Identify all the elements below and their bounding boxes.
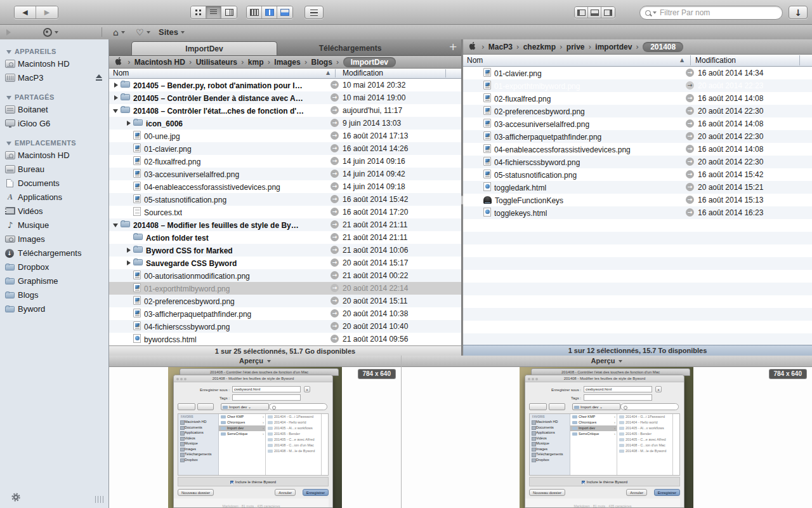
breadcrumb-item[interactable]: Macintosh HD — [134, 58, 185, 67]
go-to-arrow-icon[interactable]: → — [331, 335, 339, 343]
favorites-menu[interactable]: ♡ — [136, 25, 150, 39]
dialog-favorite-item[interactable]: Dropbox — [530, 457, 570, 463]
dialog-favorite-item[interactable]: Applications — [178, 430, 218, 436]
disclosure-triangle-icon[interactable] — [126, 247, 133, 253]
sidebar-item-macintosh-hd[interactable]: Macintosh HD — [0, 149, 108, 163]
dialog-folder-item[interactable]: Chez KMP — [219, 414, 265, 420]
column-divider[interactable] — [799, 55, 800, 65]
tab-importdev[interactable]: ImportDev — [131, 41, 277, 55]
breadcrumb-item[interactable]: Images — [274, 58, 300, 67]
dialog-favorite-item[interactable]: Musique — [530, 441, 570, 446]
dialog-view-buttons[interactable] — [197, 403, 214, 410]
disclosure-triangle-icon[interactable] — [126, 120, 133, 126]
breadcrumb-item[interactable]: importdev — [595, 43, 632, 51]
apple-icon[interactable] — [114, 57, 124, 68]
sidebar-item-igloo-g6[interactable]: iGloo G6 — [0, 117, 108, 131]
file-row[interactable]: 05-statusnotification.png→16 août 2014 1… — [463, 168, 812, 181]
file-row[interactable]: Sources.txt→16 août 2014 17:20 — [109, 206, 461, 218]
get-info-button[interactable] — [304, 6, 324, 19]
sidebar-item-boitanet[interactable]: Boitanet — [0, 103, 108, 117]
sidebar-item-applications[interactable]: AApplications — [0, 190, 108, 204]
file-row[interactable]: Action folder test→21 août 2014 21:11 — [109, 231, 461, 244]
dialog-folder-item[interactable]: Chroniques — [570, 420, 617, 425]
go-to-arrow-icon[interactable]: → — [331, 195, 339, 203]
filter-field[interactable] — [639, 6, 783, 20]
checkbox-checked-icon[interactable] — [582, 481, 585, 484]
toggle-right-panel-button[interactable] — [601, 7, 615, 18]
dialog-folder-item[interactable]: Chroniques — [219, 420, 265, 425]
go-to-arrow-icon[interactable]: → — [331, 297, 339, 305]
file-row[interactable]: 02-preferencesbyword.png→20 août 2014 22… — [463, 105, 812, 117]
file-row[interactable]: 201405 – Contrôler Bender à distance ave… — [109, 91, 461, 104]
dialog-file-item[interactable]: 201404 - G...i 1Password — [617, 414, 672, 420]
toggle-left-panel-button[interactable] — [575, 7, 588, 18]
sidebar-item-byword[interactable]: Byword — [0, 302, 108, 316]
expand-button[interactable]: ▴ — [304, 386, 310, 392]
column-name[interactable]: Nom — [467, 55, 483, 66]
dialog-favorite-item[interactable]: Vidéos — [530, 436, 570, 441]
eject-icon[interactable] — [95, 74, 102, 81]
checkbox-checked-icon[interactable] — [230, 481, 233, 484]
sidebar-item-vid-os[interactable]: Vidéos — [0, 204, 108, 218]
expand-button[interactable]: ▴ — [655, 386, 662, 392]
file-row[interactable]: togglekeys.html→16 août 2014 16:23 — [463, 206, 812, 219]
go-to-arrow-icon[interactable]: → — [331, 322, 339, 330]
go-to-arrow-icon[interactable]: → — [686, 183, 694, 191]
file-row[interactable]: 03-accesuniverselalfred.png→14 juin 2014… — [109, 168, 461, 180]
sidebar-section-header[interactable]: APPAREILS — [0, 46, 108, 57]
sidebar-item-t-l-chargements[interactable]: ↓Téléchargements — [0, 246, 108, 260]
dialog-folder-item[interactable]: Chez KMP — [570, 414, 617, 420]
dialog-favorite-item[interactable]: Vidéos — [178, 436, 218, 441]
list-view-button[interactable] — [206, 6, 221, 18]
breadcrumb-item[interactable]: kmp — [248, 58, 264, 67]
breadcrumb-item[interactable]: 201408 — [643, 42, 683, 52]
horizontal-split-button[interactable] — [277, 6, 292, 18]
breadcrumb-item[interactable]: Utilisateurs — [196, 58, 237, 67]
dialog-file-item[interactable]: 201404 - Hello world — [617, 420, 672, 425]
dialog-favorite-item[interactable]: Musique — [178, 441, 218, 446]
target-menu[interactable] — [43, 25, 58, 39]
sidebar-section-header[interactable]: EMPLACEMENTS — [0, 137, 108, 149]
dialog-view-buttons[interactable] — [549, 403, 565, 410]
go-to-arrow-icon[interactable]: → — [331, 258, 339, 267]
go-to-arrow-icon[interactable]: → — [686, 107, 694, 115]
file-row[interactable]: 01-clavier.png→16 août 2014 14:26 — [109, 142, 461, 155]
file-row[interactable]: 04-fichierscssbyword.png→20 août 2014 22… — [463, 156, 812, 168]
toggle-bottom-panel-button[interactable] — [588, 7, 601, 18]
dialog-favorite-item[interactable]: Documents — [178, 425, 218, 431]
file-row[interactable]: 02-fluxalfred.png→16 août 2014 14:08 — [463, 92, 812, 105]
column-modification[interactable]: Modification — [343, 69, 383, 78]
icon-view-button[interactable] — [191, 6, 206, 18]
dialog-folder-item[interactable]: Import dev — [570, 425, 617, 431]
go-to-arrow-icon[interactable]: → — [331, 131, 339, 140]
column-divider[interactable] — [335, 69, 336, 77]
disclosure-triangle-icon[interactable] — [113, 222, 120, 228]
disclosure-triangle-icon[interactable] — [126, 260, 133, 266]
file-row[interactable]: 01-exporthtmlbyword.png→20 août 2014 22:… — [463, 79, 812, 92]
file-row[interactable]: 00-autorisationmodification.png→21 août … — [109, 269, 461, 282]
dialog-file-item[interactable]: 201405 - Bender — [617, 431, 672, 437]
dialog-folder-item[interactable]: SerreCritique — [219, 431, 265, 437]
dialog-folder-item[interactable]: SerreCritique — [570, 431, 617, 437]
go-to-arrow-icon[interactable]: → — [686, 81, 694, 90]
column-divider[interactable] — [690, 55, 691, 65]
breadcrumb-item[interactable]: ImportDev — [343, 57, 396, 67]
dialog-favorite-item[interactable]: Applications — [530, 430, 570, 436]
section-disclosure-icon[interactable] — [6, 50, 11, 54]
resize-grip-icon[interactable] — [95, 496, 103, 503]
go-to-arrow-icon[interactable]: → — [331, 157, 339, 165]
add-tab-button[interactable]: + — [449, 41, 457, 53]
dialog-favorite-item[interactable]: Documents — [530, 425, 570, 431]
back-button[interactable]: ◀ — [15, 6, 36, 18]
go-to-arrow-icon[interactable]: → — [331, 182, 339, 190]
file-row[interactable]: 201405 – Bender.py, robot d'animation po… — [109, 79, 461, 91]
file-row[interactable]: 03-accesuniverselalfred.png→16 août 2014… — [463, 117, 812, 130]
go-to-arrow-icon[interactable]: → — [331, 144, 339, 152]
dialog-file-item[interactable]: 201404 - G...i 1Password — [266, 414, 321, 420]
disclosure-arrow-icon[interactable] — [6, 29, 11, 36]
disclosure-triangle-icon[interactable] — [113, 107, 120, 114]
go-to-arrow-icon[interactable]: → — [331, 246, 339, 254]
new-folder-button[interactable]: Nouveau dossier — [178, 489, 214, 496]
filter-input[interactable] — [657, 8, 782, 17]
go-to-arrow-icon[interactable]: → — [686, 196, 694, 204]
